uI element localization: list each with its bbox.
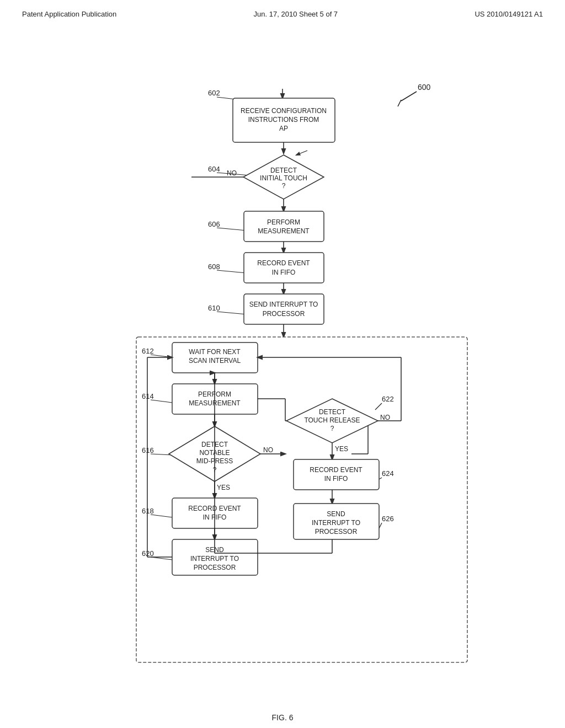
label-610: 610 — [208, 304, 220, 312]
svg-text:?: ? — [331, 425, 334, 432]
label-612: 612 — [142, 347, 154, 355]
label-608: 608 — [208, 263, 220, 271]
svg-line-21 — [217, 312, 247, 314]
label-614: 614 — [142, 392, 154, 400]
label-602: 602 — [208, 89, 220, 97]
svg-text:IN FIFO: IN FIFO — [272, 269, 296, 276]
svg-text:SEND: SEND — [327, 510, 345, 518]
svg-text:RECORD EVENT: RECORD EVENT — [310, 466, 363, 474]
figure-label: FIG. 6 — [0, 713, 565, 722]
label-622: 622 — [382, 395, 394, 403]
svg-text:TOUCH RELEASE: TOUCH RELEASE — [304, 416, 360, 424]
svg-text:INITIAL TOUCH: INITIAL TOUCH — [260, 174, 307, 182]
svg-text:INTERRUPT TO: INTERRUPT TO — [190, 555, 239, 563]
svg-text:SCAN INTERVAL: SCAN INTERVAL — [189, 357, 241, 365]
svg-text:INTERRUPT TO: INTERRUPT TO — [312, 519, 360, 527]
svg-text:IN FIFO: IN FIFO — [324, 475, 348, 483]
label-618: 618 — [142, 507, 154, 515]
diagram-area: 600 602 RECEIVE CONFIGURATION INSTRUCTIO… — [0, 24, 565, 708]
label-616: 616 — [142, 446, 154, 454]
svg-text:PERFORM: PERFORM — [267, 218, 300, 226]
svg-text:PROCESSOR: PROCESSOR — [263, 310, 305, 318]
svg-text:DETECT: DETECT — [319, 408, 346, 416]
svg-text:AP: AP — [279, 125, 288, 132]
svg-line-17 — [217, 270, 247, 273]
label-620: 620 — [142, 549, 154, 558]
svg-text:DETECT: DETECT — [270, 167, 297, 174]
svg-text:MEASUREMENT: MEASUREMENT — [258, 227, 310, 235]
svg-text:PROCESSOR: PROCESSOR — [194, 564, 236, 571]
box-record-event-1 — [244, 253, 324, 283]
svg-text:RECORD EVENT: RECORD EVENT — [257, 259, 310, 267]
label-yes-622: YES — [335, 445, 348, 453]
text-receive-config: RECEIVE CONFIGURATION — [241, 107, 327, 115]
svg-text:INSTRUCTIONS FROM: INSTRUCTIONS FROM — [248, 116, 319, 124]
svg-line-13 — [217, 228, 247, 231]
svg-line-6 — [296, 151, 307, 155]
svg-line-0 — [401, 92, 417, 101]
svg-text:WAIT FOR NEXT: WAIT FOR NEXT — [189, 348, 241, 356]
header-right: US 2010/0149121 A1 — [475, 10, 543, 18]
label-no-616: NO — [263, 446, 273, 454]
label-yes-616: YES — [217, 484, 230, 491]
label-606: 606 — [208, 220, 220, 228]
flowchart-svg: 600 602 RECEIVE CONFIGURATION INSTRUCTIO… — [76, 35, 489, 697]
box-send-interrupt-1 — [244, 294, 324, 324]
page-header: Patent Application Publication Jun. 17, … — [0, 0, 565, 24]
box-perform-measurement-1 — [244, 211, 324, 242]
label-624: 624 — [382, 469, 394, 478]
label-604: 604 — [208, 165, 220, 173]
label-no-622: NO — [380, 414, 390, 421]
label-626: 626 — [382, 515, 394, 523]
svg-text:?: ? — [282, 182, 286, 190]
header-left: Patent Application Publication — [22, 10, 116, 18]
label-600: 600 — [418, 83, 431, 92]
header-center: Jun. 17, 2010 Sheet 5 of 7 — [254, 10, 338, 18]
svg-text:PROCESSOR: PROCESSOR — [315, 528, 358, 536]
label-no-604: NO — [227, 169, 237, 177]
svg-text:SEND INTERRUPT TO: SEND INTERRUPT TO — [249, 301, 318, 308]
